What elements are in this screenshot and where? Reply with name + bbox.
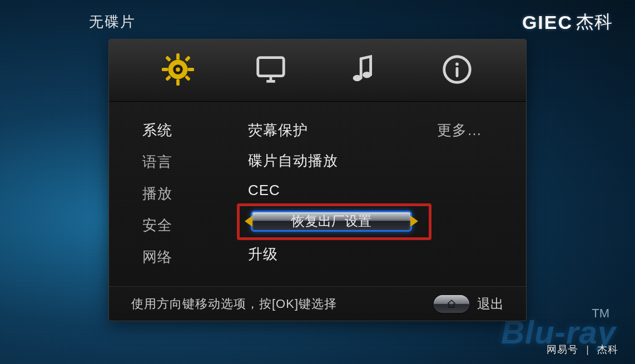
option-autoplay[interactable]: 碟片自动播放 xyxy=(248,151,415,171)
tab-settings[interactable] xyxy=(156,48,200,93)
selection-label: 恢复出厂设置 xyxy=(291,212,371,230)
brand-en: GIEC xyxy=(522,12,573,33)
credit-sep: | xyxy=(586,344,589,355)
category-language[interactable]: 语言 xyxy=(142,152,226,172)
option-factory-reset[interactable]: 恢复出厂设置 xyxy=(248,209,415,233)
svg-rect-1 xyxy=(176,53,180,59)
option-column: 荧幕保护 碟片自动播放 CEC 恢复出厂设置 升级 xyxy=(248,121,415,281)
option-upgrade[interactable]: 升级 xyxy=(248,245,415,264)
music-icon xyxy=(347,52,381,89)
nav-hint: 使用方向键移动选项，按[OK]键选择 xyxy=(131,296,337,312)
svg-rect-11 xyxy=(258,57,284,76)
disc-status: 无碟片 xyxy=(89,12,136,32)
svg-rect-5 xyxy=(165,56,171,62)
svg-rect-3 xyxy=(162,68,168,71)
svg-rect-7 xyxy=(185,56,191,62)
category-playback[interactable]: 播放 xyxy=(142,184,226,203)
category-security[interactable]: 安全 xyxy=(142,216,226,235)
home-icon xyxy=(434,295,469,313)
brand-cn: 杰科 xyxy=(576,10,613,34)
tab-info[interactable] xyxy=(435,48,479,93)
svg-point-14 xyxy=(353,74,361,81)
arrow-right-icon[interactable] xyxy=(410,216,418,227)
svg-rect-4 xyxy=(187,68,194,71)
category-network[interactable]: 网络 xyxy=(142,247,226,267)
settings-body: 系统 语言 播放 安全 网络 荧幕保护 碟片自动播放 CEC 恢复出厂设置 升级… xyxy=(109,102,526,286)
info-icon xyxy=(440,52,474,89)
settings-panel: 系统 语言 播放 安全 网络 荧幕保护 碟片自动播放 CEC 恢复出厂设置 升级… xyxy=(108,39,527,321)
monitor-icon xyxy=(254,52,288,89)
selection-pill[interactable]: 恢复出厂设置 xyxy=(251,211,412,232)
category-system[interactable]: 系统 xyxy=(142,121,226,140)
category-column: 系统 语言 播放 安全 网络 xyxy=(142,121,226,281)
svg-rect-2 xyxy=(176,79,180,86)
credit-author: 杰科 xyxy=(597,344,618,355)
tab-bar xyxy=(109,39,526,102)
tab-audio[interactable] xyxy=(342,48,386,93)
value-column: 更多… xyxy=(437,121,504,281)
trademark-text: TM xyxy=(592,306,609,321)
svg-point-15 xyxy=(363,71,371,78)
svg-point-10 xyxy=(176,67,180,72)
tab-display[interactable] xyxy=(249,48,293,93)
credit-source: 网易号 xyxy=(547,344,578,355)
more-link[interactable]: 更多… xyxy=(437,121,504,140)
image-credit: 网易号 | 杰科 xyxy=(547,343,618,356)
svg-rect-6 xyxy=(185,75,191,81)
exit-button[interactable]: 退出 xyxy=(434,295,504,313)
exit-label: 退出 xyxy=(477,295,504,313)
svg-point-17 xyxy=(455,62,459,66)
brand-logo: GIEC 杰科 xyxy=(522,10,613,34)
gear-icon xyxy=(161,52,195,89)
footer-bar: 使用方向键移动选项，按[OK]键选择 退出 xyxy=(109,286,526,321)
option-screensaver[interactable]: 荧幕保护 xyxy=(248,121,415,140)
option-cec[interactable]: CEC xyxy=(248,182,415,199)
arrow-left-icon[interactable] xyxy=(245,216,252,227)
svg-rect-8 xyxy=(165,75,171,81)
